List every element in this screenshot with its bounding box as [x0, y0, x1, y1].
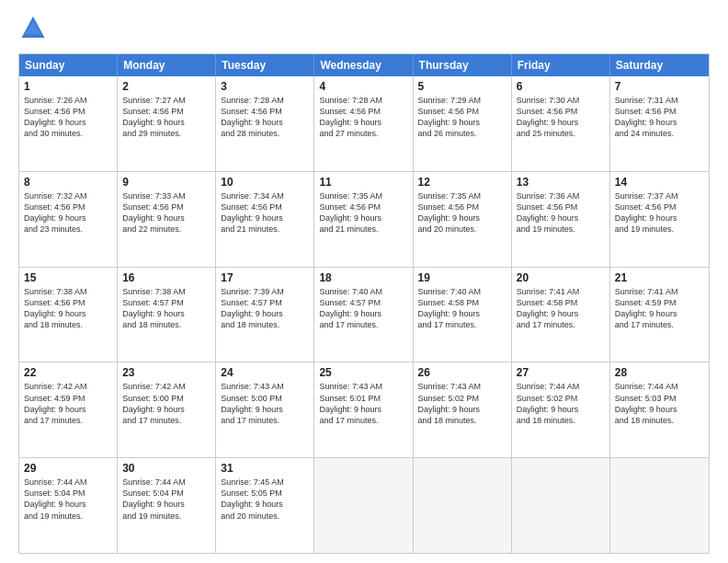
cell-text: Sunrise: 7:27 AM Sunset: 4:56 PM Dayligh…	[122, 95, 210, 140]
calendar-cell	[610, 458, 709, 553]
day-number: 15	[24, 271, 112, 284]
calendar-cell: 1Sunrise: 7:26 AM Sunset: 4:56 PM Daylig…	[19, 76, 118, 171]
day-number: 19	[418, 271, 506, 284]
day-number: 29	[24, 462, 112, 475]
calendar-cell: 24Sunrise: 7:43 AM Sunset: 5:00 PM Dayli…	[216, 362, 314, 457]
cal-header-cell: Tuesday	[216, 54, 314, 76]
cal-header-cell: Friday	[512, 54, 610, 76]
calendar-cell: 22Sunrise: 7:42 AM Sunset: 4:59 PM Dayli…	[19, 362, 118, 457]
calendar-cell: 6Sunrise: 7:30 AM Sunset: 4:56 PM Daylig…	[512, 76, 610, 171]
cell-text: Sunrise: 7:43 AM Sunset: 5:00 PM Dayligh…	[221, 381, 309, 426]
day-number: 23	[122, 366, 210, 379]
calendar-row: 29Sunrise: 7:44 AM Sunset: 5:04 PM Dayli…	[19, 458, 709, 553]
day-number: 1	[24, 80, 112, 93]
day-number: 25	[319, 366, 407, 379]
calendar-cell: 12Sunrise: 7:35 AM Sunset: 4:56 PM Dayli…	[414, 172, 512, 267]
calendar-cell: 16Sunrise: 7:38 AM Sunset: 4:57 PM Dayli…	[118, 268, 216, 362]
logo	[18, 15, 53, 44]
calendar-cell: 30Sunrise: 7:44 AM Sunset: 5:04 PM Dayli…	[118, 458, 216, 553]
day-number: 22	[24, 366, 112, 379]
cell-text: Sunrise: 7:44 AM Sunset: 5:04 PM Dayligh…	[24, 477, 112, 522]
day-number: 31	[221, 462, 309, 475]
cell-text: Sunrise: 7:32 AM Sunset: 4:56 PM Dayligh…	[24, 190, 112, 236]
cell-text: Sunrise: 7:26 AM Sunset: 4:56 PM Dayligh…	[24, 95, 112, 140]
calendar-body: 1Sunrise: 7:26 AM Sunset: 4:56 PM Daylig…	[19, 76, 709, 553]
calendar-cell: 27Sunrise: 7:44 AM Sunset: 5:02 PM Dayli…	[512, 362, 610, 457]
cell-text: Sunrise: 7:45 AM Sunset: 5:05 PM Dayligh…	[221, 477, 309, 522]
cell-text: Sunrise: 7:43 AM Sunset: 5:01 PM Dayligh…	[319, 381, 407, 426]
calendar-cell: 21Sunrise: 7:41 AM Sunset: 4:59 PM Dayli…	[610, 268, 709, 362]
cell-text: Sunrise: 7:28 AM Sunset: 4:56 PM Dayligh…	[221, 95, 309, 140]
day-number: 5	[418, 80, 506, 93]
day-number: 21	[615, 271, 704, 284]
day-number: 27	[517, 366, 605, 379]
cell-text: Sunrise: 7:38 AM Sunset: 4:57 PM Dayligh…	[122, 286, 210, 331]
day-number: 30	[122, 462, 210, 475]
calendar-cell: 14Sunrise: 7:37 AM Sunset: 4:56 PM Dayli…	[610, 172, 709, 267]
day-number: 4	[319, 80, 407, 93]
calendar-cell: 4Sunrise: 7:28 AM Sunset: 4:56 PM Daylig…	[314, 76, 413, 171]
day-number: 8	[24, 176, 112, 189]
calendar-cell: 19Sunrise: 7:40 AM Sunset: 4:58 PM Dayli…	[414, 268, 512, 362]
calendar-cell: 23Sunrise: 7:42 AM Sunset: 5:00 PM Dayli…	[118, 362, 216, 457]
day-number: 26	[418, 366, 506, 379]
cell-text: Sunrise: 7:36 AM Sunset: 4:56 PM Dayligh…	[517, 190, 605, 236]
calendar-cell: 31Sunrise: 7:45 AM Sunset: 5:05 PM Dayli…	[216, 458, 314, 553]
cell-text: Sunrise: 7:40 AM Sunset: 4:57 PM Dayligh…	[319, 286, 407, 331]
day-number: 10	[221, 176, 309, 189]
cell-text: Sunrise: 7:44 AM Sunset: 5:04 PM Dayligh…	[122, 477, 210, 522]
day-number: 3	[221, 80, 309, 93]
cell-text: Sunrise: 7:35 AM Sunset: 4:56 PM Dayligh…	[418, 190, 506, 236]
cell-text: Sunrise: 7:41 AM Sunset: 4:58 PM Dayligh…	[517, 286, 605, 331]
day-number: 16	[122, 271, 210, 284]
day-number: 20	[517, 271, 605, 284]
page: SundayMondayTuesdayWednesdayThursdayFrid…	[0, 0, 728, 563]
day-number: 13	[517, 176, 605, 189]
cell-text: Sunrise: 7:29 AM Sunset: 4:56 PM Dayligh…	[418, 95, 506, 140]
day-number: 24	[221, 366, 309, 379]
cell-text: Sunrise: 7:33 AM Sunset: 4:56 PM Dayligh…	[122, 190, 210, 236]
calendar-row: 8Sunrise: 7:32 AM Sunset: 4:56 PM Daylig…	[19, 172, 709, 268]
header	[18, 15, 710, 44]
calendar-cell	[414, 458, 512, 553]
calendar-cell: 7Sunrise: 7:31 AM Sunset: 4:56 PM Daylig…	[610, 76, 709, 171]
calendar-cell: 15Sunrise: 7:38 AM Sunset: 4:56 PM Dayli…	[19, 268, 118, 362]
day-number: 9	[122, 176, 210, 189]
calendar-header: SundayMondayTuesdayWednesdayThursdayFrid…	[19, 54, 709, 76]
day-number: 28	[615, 366, 704, 379]
cell-text: Sunrise: 7:43 AM Sunset: 5:02 PM Dayligh…	[418, 381, 506, 426]
cell-text: Sunrise: 7:44 AM Sunset: 5:02 PM Dayligh…	[517, 381, 605, 426]
day-number: 12	[418, 176, 506, 189]
cal-header-cell: Thursday	[414, 54, 512, 76]
day-number: 14	[615, 176, 704, 189]
cell-text: Sunrise: 7:39 AM Sunset: 4:57 PM Dayligh…	[221, 286, 309, 331]
calendar-cell: 9Sunrise: 7:33 AM Sunset: 4:56 PM Daylig…	[118, 172, 216, 267]
calendar-cell: 11Sunrise: 7:35 AM Sunset: 4:56 PM Dayli…	[314, 172, 413, 267]
day-number: 2	[122, 80, 210, 93]
cal-header-cell: Monday	[118, 54, 216, 76]
cell-text: Sunrise: 7:35 AM Sunset: 4:56 PM Dayligh…	[319, 190, 407, 236]
calendar-cell	[512, 458, 610, 553]
cell-text: Sunrise: 7:34 AM Sunset: 4:56 PM Dayligh…	[221, 190, 309, 236]
calendar-cell	[314, 458, 413, 553]
day-number: 17	[221, 271, 309, 284]
day-number: 6	[517, 80, 605, 93]
day-number: 11	[319, 176, 407, 189]
cell-text: Sunrise: 7:42 AM Sunset: 4:59 PM Dayligh…	[24, 381, 112, 426]
calendar: SundayMondayTuesdayWednesdayThursdayFrid…	[18, 53, 710, 554]
calendar-cell: 25Sunrise: 7:43 AM Sunset: 5:01 PM Dayli…	[314, 362, 413, 457]
calendar-cell: 2Sunrise: 7:27 AM Sunset: 4:56 PM Daylig…	[118, 76, 216, 171]
cell-text: Sunrise: 7:44 AM Sunset: 5:03 PM Dayligh…	[615, 381, 704, 426]
calendar-cell: 8Sunrise: 7:32 AM Sunset: 4:56 PM Daylig…	[19, 172, 118, 267]
cell-text: Sunrise: 7:30 AM Sunset: 4:56 PM Dayligh…	[517, 95, 605, 140]
cell-text: Sunrise: 7:40 AM Sunset: 4:58 PM Dayligh…	[418, 286, 506, 331]
day-number: 7	[615, 80, 704, 93]
calendar-cell: 5Sunrise: 7:29 AM Sunset: 4:56 PM Daylig…	[414, 76, 512, 171]
calendar-row: 22Sunrise: 7:42 AM Sunset: 4:59 PM Dayli…	[19, 362, 709, 458]
cell-text: Sunrise: 7:31 AM Sunset: 4:56 PM Dayligh…	[615, 95, 704, 140]
calendar-cell: 10Sunrise: 7:34 AM Sunset: 4:56 PM Dayli…	[216, 172, 314, 267]
cell-text: Sunrise: 7:37 AM Sunset: 4:56 PM Dayligh…	[615, 190, 704, 236]
calendar-row: 15Sunrise: 7:38 AM Sunset: 4:56 PM Dayli…	[19, 268, 709, 363]
cal-header-cell: Saturday	[610, 54, 709, 76]
calendar-cell: 17Sunrise: 7:39 AM Sunset: 4:57 PM Dayli…	[216, 268, 314, 362]
